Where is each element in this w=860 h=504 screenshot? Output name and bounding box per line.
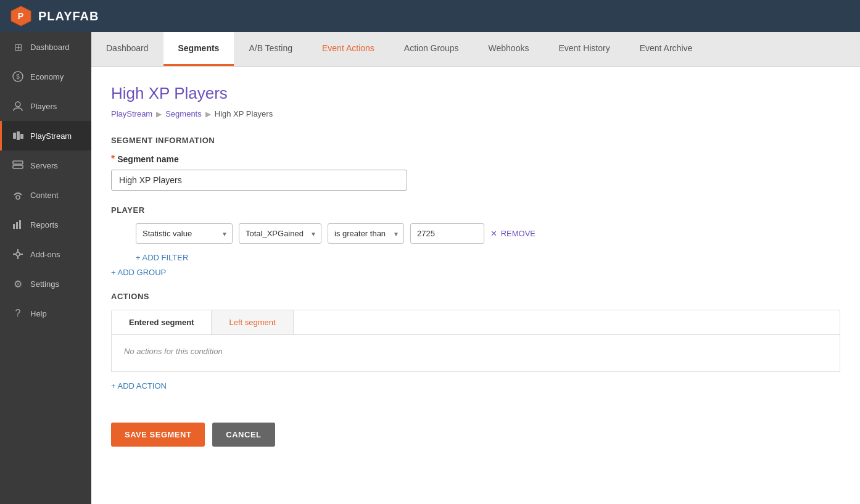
actions-content: No actions for this condition [111,335,840,372]
sidebar-item-reports[interactable]: Reports [0,210,91,239]
svg-rect-8 [13,161,23,164]
required-star: * [111,154,115,165]
dashboard-icon: ⊞ [12,41,24,53]
brand: P PLAYFAB [10,5,99,27]
svg-point-4 [15,102,20,107]
tabs-bar: Dashboard Segments A/B Testing Event Act… [91,32,860,67]
tab-event-history[interactable]: Event History [544,32,624,66]
sidebar-label-players: Players [30,102,57,111]
sidebar: ⊞ Dashboard $ Economy Players PlayStream [0,32,91,504]
content-area: Dashboard Segments A/B Testing Event Act… [91,32,860,504]
tab-ab-testing[interactable]: A/B Testing [234,32,307,66]
tab-webhooks[interactable]: Webhooks [474,32,544,66]
tab-segments[interactable]: Segments [163,32,234,66]
sidebar-item-content[interactable]: Content [0,180,91,210]
svg-rect-11 [13,224,15,229]
help-icon: ? [12,307,24,320]
svg-point-14 [16,252,20,256]
settings-icon: ⚙ [12,278,24,290]
breadcrumb-segments[interactable]: Segments [165,109,202,118]
cancel-button[interactable]: CANCEL [212,423,275,447]
breadcrumb: PlayStream ▶ Segments ▶ High XP Players [111,109,840,118]
filter-stat-select[interactable]: Total_XPGained PlayerLevel GamesPlayed [239,223,321,244]
sidebar-item-servers[interactable]: Servers [0,151,91,180]
sidebar-item-addons[interactable]: Add-ons [0,239,91,269]
svg-text:$: $ [16,73,20,80]
sidebar-label-playstream: PlayStream [30,131,72,141]
svg-rect-6 [17,131,20,140]
tab-dashboard[interactable]: Dashboard [91,32,163,66]
sidebar-label-settings: Settings [30,279,59,289]
player-section-label: PLAYER [111,205,840,215]
economy-icon: $ [12,70,24,83]
sidebar-label-addons: Add-ons [30,250,60,259]
sidebar-item-economy[interactable]: $ Economy [0,62,91,91]
svg-rect-7 [20,134,23,139]
segment-name-label: * Segment name [111,154,840,165]
breadcrumb-current: High XP Players [215,109,273,118]
tab-event-actions[interactable]: Event Actions [307,32,389,66]
sidebar-item-settings[interactable]: ⚙ Settings [0,269,91,299]
segment-info-section-label: SEGMENT INFORMATION [111,136,840,145]
filter-type-wrap: Statistic value Player level User origin… [136,223,233,244]
sidebar-item-players[interactable]: Players [0,91,91,121]
remove-x-icon: ✕ [490,229,497,238]
svg-rect-5 [13,133,16,139]
playstream-icon [12,130,24,142]
filter-value-input[interactable] [410,223,484,244]
sidebar-item-playstream[interactable]: PlayStream [0,121,91,151]
tab-event-archive[interactable]: Event Archive [625,32,708,66]
svg-rect-13 [19,220,21,229]
filter-stat-wrap: Total_XPGained PlayerLevel GamesPlayed [239,223,321,244]
content-icon [12,189,24,201]
filter-row: Statistic value Player level User origin… [136,223,840,244]
filter-type-select[interactable]: Statistic value Player level User origin… [136,223,233,244]
sidebar-label-reports: Reports [30,220,59,229]
tab-action-groups[interactable]: Action Groups [389,32,474,66]
sidebar-label-help: Help [30,309,47,318]
top-navbar: P PLAYFAB [0,0,860,32]
filter-operator-wrap: is greater than is less than is equal to… [328,223,404,244]
reports-icon [12,218,24,231]
no-actions-text: No actions for this condition [124,347,223,356]
breadcrumb-sep-2: ▶ [205,110,211,118]
remove-label-text: REMOVE [501,229,535,238]
filter-operator-select[interactable]: is greater than is less than is equal to… [328,223,404,244]
add-group-link[interactable]: + ADD GROUP [111,268,166,277]
sidebar-label-servers: Servers [30,161,58,170]
remove-filter-link[interactable]: ✕ REMOVE [490,229,535,238]
actions-section-label: ACTIONS [111,292,840,301]
players-icon [12,100,24,112]
sidebar-label-dashboard: Dashboard [30,43,70,52]
add-filter-link[interactable]: + ADD FILTER [136,253,188,262]
btn-row: SAVE SEGMENT CANCEL [111,423,840,447]
breadcrumb-playstream[interactable]: PlayStream [111,109,152,118]
sidebar-label-content: Content [30,191,59,200]
svg-rect-12 [16,222,18,229]
svg-point-10 [16,196,20,199]
breadcrumb-sep-1: ▶ [156,110,162,118]
action-tab-entered[interactable]: Entered segment [112,310,212,334]
brand-icon: P [10,5,32,27]
brand-name: PLAYFAB [38,9,99,23]
sidebar-item-help[interactable]: ? Help [0,299,91,328]
actions-tabs: Entered segment Left segment [111,310,840,335]
page-title: High XP Players [111,84,840,103]
add-action-link[interactable]: + ADD ACTION [111,381,167,390]
segment-name-input[interactable] [111,170,407,191]
addons-icon [12,248,24,260]
svg-text:P: P [18,11,24,21]
segment-name-group: * Segment name [111,154,840,191]
page-content: High XP Players PlayStream ▶ Segments ▶ … [91,67,860,504]
action-tab-left[interactable]: Left segment [212,310,293,334]
sidebar-label-economy: Economy [30,72,64,81]
servers-icon [12,159,24,171]
segment-name-label-text: Segment name [117,154,179,164]
sidebar-item-dashboard[interactable]: ⊞ Dashboard [0,32,91,62]
svg-rect-9 [13,165,23,168]
save-segment-button[interactable]: SAVE SEGMENT [111,423,205,447]
